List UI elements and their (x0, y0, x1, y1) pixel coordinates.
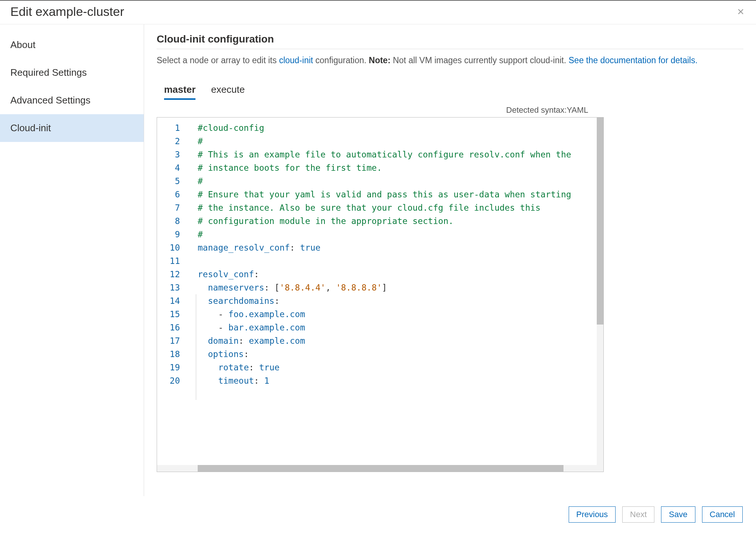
line-number: 19 (157, 361, 187, 374)
line-number: 12 (157, 268, 187, 281)
sidebar-item-cloud-init[interactable]: Cloud-init (0, 114, 144, 142)
sidebar-item-required-settings[interactable]: Required Settings (0, 59, 144, 86)
cancel-button[interactable]: Cancel (702, 506, 743, 523)
note-text: Not all VM images currently support clou… (391, 55, 569, 65)
code-editor[interactable]: 1234567891011121314151617181920 #cloud-c… (157, 117, 604, 472)
code-line[interactable]: rotate: true (198, 361, 597, 374)
line-number: 8 (157, 214, 187, 228)
body: About Required Settings Advanced Setting… (0, 24, 756, 496)
tab-execute[interactable]: execute (211, 81, 245, 100)
code-line[interactable]: nameservers: ['8.8.4.4', '8.8.8.8'] (198, 281, 597, 294)
section-title: Cloud-init configuration (157, 33, 743, 49)
code-line[interactable]: #cloud-config (198, 121, 597, 135)
code-line[interactable]: # Ensure that your yaml is valid and pas… (198, 188, 597, 201)
vertical-scroll-thumb[interactable] (597, 118, 603, 325)
code-line[interactable]: - bar.example.com (198, 321, 597, 334)
syntax-row: Detected syntax: YAML (157, 105, 743, 115)
line-number: 3 (157, 148, 187, 161)
line-number: 15 (157, 308, 187, 321)
previous-button[interactable]: Previous (569, 506, 616, 523)
desc-pre: Select a node or array to edit its (157, 55, 279, 65)
main-panel: Cloud-init configuration Select a node o… (144, 24, 756, 496)
line-number: 7 (157, 201, 187, 214)
editor-viewport: 1234567891011121314151617181920 #cloud-c… (157, 118, 597, 465)
tab-master[interactable]: master (164, 81, 195, 100)
code-line[interactable]: # the instance. Also be sure that your c… (198, 201, 597, 214)
app-root: Edit example-cluster × About Required Se… (0, 0, 756, 533)
note-label: Note: (369, 55, 391, 65)
line-number: 6 (157, 188, 187, 201)
cloud-init-link[interactable]: cloud-init (279, 55, 313, 65)
indent-guide (196, 294, 196, 400)
tabs: master execute (157, 81, 743, 100)
line-number: 18 (157, 347, 187, 361)
code-line[interactable]: # (198, 174, 597, 188)
line-number: 13 (157, 281, 187, 294)
next-button: Next (622, 506, 654, 523)
code-line[interactable]: domain: example.com (198, 334, 597, 347)
line-number: 5 (157, 174, 187, 188)
line-number: 10 (157, 241, 187, 254)
page-title: Edit example-cluster (10, 4, 124, 19)
footer: Previous Next Save Cancel (0, 496, 756, 533)
vertical-scrollbar[interactable] (597, 118, 603, 472)
horizontal-scrollbar[interactable] (157, 465, 597, 472)
code-line[interactable] (198, 254, 597, 268)
code-line[interactable]: options: (198, 347, 597, 361)
line-number: 11 (157, 254, 187, 268)
sidebar-item-about[interactable]: About (0, 31, 144, 59)
line-number: 1 (157, 121, 187, 135)
line-number-gutter: 1234567891011121314151617181920 (157, 118, 187, 387)
syntax-value: YAML (567, 105, 588, 115)
section-description: Select a node or array to edit its cloud… (157, 54, 743, 66)
header: Edit example-cluster × (0, 1, 756, 24)
horizontal-scroll-thumb[interactable] (198, 465, 563, 472)
code-line[interactable]: searchdomains: (198, 294, 597, 308)
section-rule (157, 49, 743, 49)
documentation-link[interactable]: See the documentation for details. (569, 55, 698, 65)
code-line[interactable]: # configuration module in the appropriat… (198, 214, 597, 228)
code-line[interactable]: # (198, 228, 597, 241)
code-line[interactable]: timeout: 1 (198, 374, 597, 387)
line-number: 17 (157, 334, 187, 347)
line-number: 16 (157, 321, 187, 334)
line-number: 20 (157, 374, 187, 387)
line-number: 4 (157, 161, 187, 174)
syntax-label: Detected syntax: (506, 105, 567, 115)
code-line[interactable]: # (198, 135, 597, 148)
line-number: 2 (157, 135, 187, 148)
line-number: 14 (157, 294, 187, 308)
code-line[interactable]: resolv_conf: (198, 268, 597, 281)
close-icon[interactable]: × (734, 5, 747, 18)
code-line[interactable]: # This is an example file to automatical… (198, 148, 597, 161)
save-button[interactable]: Save (661, 506, 695, 523)
code-line[interactable]: # instance boots for the first time. (198, 161, 597, 174)
desc-mid: configuration. (313, 55, 369, 65)
sidebar: About Required Settings Advanced Setting… (0, 24, 144, 496)
code-line[interactable]: manage_resolv_conf: true (198, 241, 597, 254)
line-number: 9 (157, 228, 187, 241)
code-area[interactable]: #cloud-config## This is an example file … (198, 118, 597, 387)
sidebar-item-advanced-settings[interactable]: Advanced Settings (0, 86, 144, 114)
code-line[interactable]: - foo.example.com (198, 308, 597, 321)
